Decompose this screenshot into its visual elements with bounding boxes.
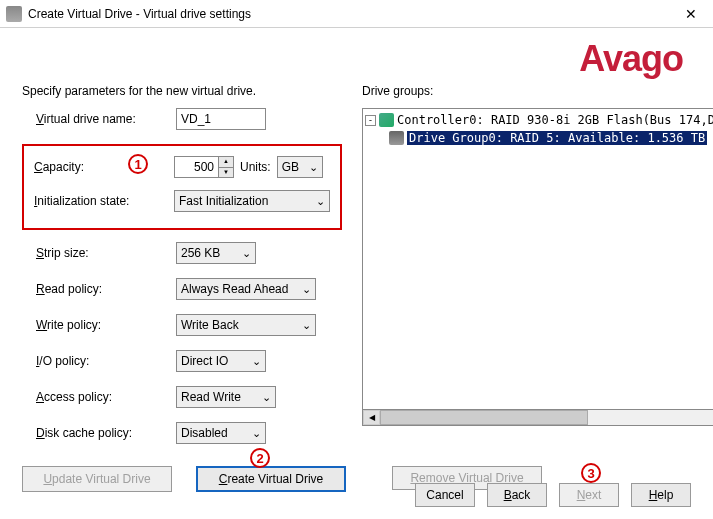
highlight-box-1: 1 Capacity: ▲ ▼ Units: GB Initialization… bbox=[22, 144, 342, 230]
cancel-button[interactable]: Cancel bbox=[415, 483, 475, 507]
init-state-select[interactable]: Fast Initialization bbox=[174, 190, 330, 212]
write-policy-label: Write policy: bbox=[36, 318, 176, 332]
help-button[interactable]: Help bbox=[631, 483, 691, 507]
strip-size-select[interactable]: 256 KB bbox=[176, 242, 256, 264]
drive-groups-pane: Drive groups: - Controller0: RAID 930-8i… bbox=[362, 84, 713, 458]
window-title: Create Virtual Drive - Virtual drive set… bbox=[28, 7, 675, 21]
vd-name-input[interactable] bbox=[176, 108, 266, 130]
brand-logo: Avago bbox=[579, 38, 683, 79]
access-policy-label: Access policy: bbox=[36, 390, 176, 404]
controller-icon bbox=[379, 113, 394, 127]
logo-area: Avago bbox=[0, 28, 713, 84]
update-vd-button[interactable]: Update Virtual Drive bbox=[22, 466, 172, 492]
read-policy-select[interactable]: Always Read Ahead bbox=[176, 278, 316, 300]
io-policy-select[interactable]: Direct IO bbox=[176, 350, 266, 372]
units-select[interactable]: GB bbox=[277, 156, 323, 178]
spinner-up-icon[interactable]: ▲ bbox=[219, 157, 233, 168]
scroll-thumb[interactable] bbox=[380, 410, 588, 425]
tree-scrollbar[interactable]: ◀ ▶ bbox=[362, 409, 713, 426]
close-button[interactable]: ✕ bbox=[675, 4, 707, 24]
scroll-track[interactable] bbox=[380, 410, 713, 425]
drive-groups-tree[interactable]: - Controller0: RAID 930-8i 2GB Flash(Bus… bbox=[362, 108, 713, 410]
access-policy-select[interactable]: Read Write bbox=[176, 386, 276, 408]
back-button[interactable]: Back bbox=[487, 483, 547, 507]
units-label: Units: bbox=[240, 160, 271, 174]
init-state-label: Initialization state: bbox=[34, 194, 174, 208]
next-button[interactable]: Next bbox=[559, 483, 619, 507]
titlebar: Create Virtual Drive - Virtual drive set… bbox=[0, 0, 713, 28]
app-icon bbox=[6, 6, 22, 22]
settings-header: Specify parameters for the new virtual d… bbox=[22, 84, 342, 98]
drive-group-icon bbox=[389, 131, 404, 145]
disk-cache-label: Disk cache policy: bbox=[36, 426, 176, 440]
wizard-buttons: Cancel Back 3 Next Help bbox=[415, 483, 691, 507]
drive-groups-label: Drive groups: bbox=[362, 84, 713, 98]
create-vd-button[interactable]: Create Virtual Drive bbox=[196, 466, 346, 492]
io-policy-label: I/O policy: bbox=[36, 354, 176, 368]
strip-size-label: Strip size: bbox=[36, 246, 176, 260]
tree-controller-row[interactable]: - Controller0: RAID 930-8i 2GB Flash(Bus… bbox=[365, 111, 713, 129]
capacity-input[interactable] bbox=[174, 156, 218, 178]
tree-drivegroup-row[interactable]: Drive Group0: RAID 5: Available: 1.536 T… bbox=[365, 129, 713, 147]
write-policy-select[interactable]: Write Back bbox=[176, 314, 316, 336]
capacity-spinner[interactable]: ▲ ▼ bbox=[218, 156, 234, 178]
scroll-left-icon[interactable]: ◀ bbox=[363, 410, 380, 425]
collapse-icon[interactable]: - bbox=[365, 115, 376, 126]
spinner-down-icon[interactable]: ▼ bbox=[219, 168, 233, 178]
capacity-label: Capacity: bbox=[34, 160, 174, 174]
read-policy-label: Read policy: bbox=[36, 282, 176, 296]
controller-label: Controller0: RAID 930-8i 2GB Flash(Bus 1… bbox=[397, 113, 713, 127]
disk-cache-select[interactable]: Disabled bbox=[176, 422, 266, 444]
settings-pane: Specify parameters for the new virtual d… bbox=[22, 84, 342, 458]
drive-group-label: Drive Group0: RAID 5: Available: 1.536 T… bbox=[407, 131, 707, 145]
vd-name-label: Virtual drive name: bbox=[36, 112, 176, 126]
